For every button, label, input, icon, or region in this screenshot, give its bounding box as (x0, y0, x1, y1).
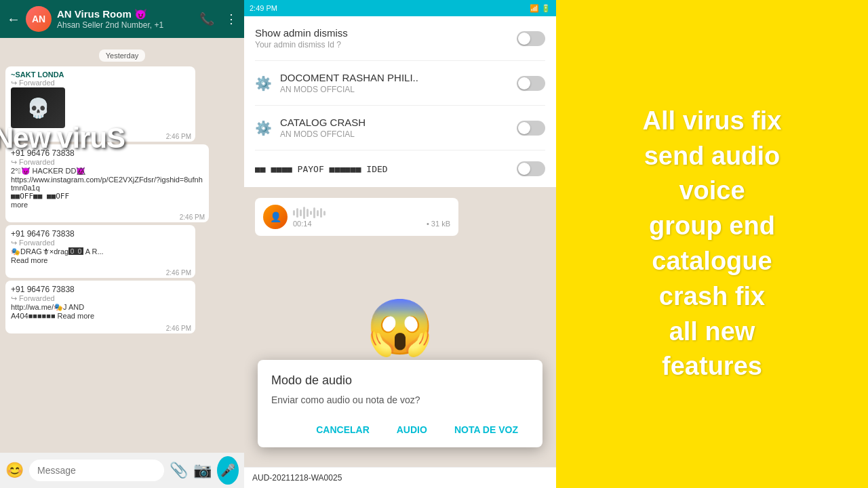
audio-file-name: AUD-20211218-WA0025 (252, 473, 342, 483)
more-icon[interactable]: ⋮ (225, 12, 237, 26)
msg-time: 2:46 PM (166, 325, 191, 332)
chat-messages: Yesterday ~SAKT LONDA ↪ Forwarded 💀 2:46… (0, 38, 244, 453)
date-badge: Yesterday (5, 49, 239, 61)
avatar: AN (26, 6, 52, 32)
audio-dialog: Modo de audio Enviar como audio ou nota … (258, 360, 542, 447)
msg-text: http://wa.me/🎭J ANDA404■■■■■■ Read more (11, 303, 190, 320)
wave-bar (293, 210, 295, 216)
camera-icon[interactable]: 📷 (193, 462, 212, 479)
voice-note-button[interactable]: NOTA DE VOZ (443, 419, 529, 441)
audio-info: 00:14 • 31 kB (293, 220, 450, 228)
wave-bar (317, 210, 319, 216)
settings-row-docoment: ⚙️ DOCOMENT RASHAN PHILI.. AN MODS OFFCI… (255, 61, 545, 106)
audio-wave-container: 00:14 • 31 kB (293, 206, 450, 228)
header-icons: 📞 ⋮ (199, 12, 237, 26)
chat-area: 👤 00:14 (244, 187, 556, 488)
settings-title: DOCOMENT RASHAN PHILI.. (280, 72, 517, 83)
status-icons: 📶 🔋 (530, 4, 551, 13)
status-time: 2:49 PM (250, 4, 277, 12)
list-item: ~SAKT LONDA ↪ Forwarded 💀 2:46 PM (5, 66, 195, 142)
chat-name: AN Virus Room 😈 (57, 8, 194, 20)
settings-sub: AN MODS OFFCIAL (280, 129, 517, 139)
msg-forwarded: ↪ Forwarded (11, 294, 190, 303)
audio-size: • 31 kB (427, 220, 450, 228)
chat-toolbar: 😊 📎 📷 🎤 (0, 453, 244, 488)
status-bar: 2:49 PM 📶 🔋 (244, 0, 556, 16)
settings-sub: Your admin dismiss Id ? (255, 40, 517, 49)
promo-line-7: all new (669, 318, 755, 346)
right-panel: All virus fix send audio voice group end… (556, 0, 868, 488)
toggle-admin[interactable] (517, 31, 545, 46)
wave-bar (300, 209, 302, 216)
settings-text: DOCOMENT RASHAN PHILI.. AN MODS OFFCIAL (280, 72, 517, 94)
dialog-title: Modo de audio (271, 373, 529, 388)
skull-image: 💀 (11, 87, 65, 128)
audio-avatar: 👤 (263, 205, 288, 229)
dialog-text: Enviar como audio ou nota de voz? (271, 394, 529, 405)
wave-bar (296, 208, 298, 218)
settings-text: ■■ ■■■■ PAYOF ■■■■■■ IDED (255, 164, 517, 174)
audio-file-row: AUD-20211218-WA0025 (244, 467, 556, 488)
msg-phone: +91 96476 73838 (11, 285, 190, 294)
gear-icon: ⚙️ (255, 75, 272, 92)
settings-row-payof: ■■ ■■■■ PAYOF ■■■■■■ IDED (255, 150, 545, 187)
promo-line-3: voice (679, 177, 745, 205)
call-icon[interactable]: 📞 (199, 12, 214, 26)
list-item: +91 96476 73838 ↪ Forwarded http://wa.me… (5, 281, 195, 333)
settings-sub: AN MODS OFFCIAL (280, 85, 517, 94)
gear-icon: ⚙️ (255, 120, 272, 136)
emoji-overlay: 😱 (366, 296, 434, 359)
attach-icon[interactable]: 📎 (170, 462, 188, 479)
promo-line-1: All virus fix (643, 107, 782, 136)
hacker-text: 2°⃤😈 HACKER DD😈⃤https://www.instagram.co… (11, 167, 203, 209)
audio-message: 👤 00:14 (255, 198, 458, 236)
msg-time: 2:46 PM (166, 133, 191, 140)
audio-time: 00:14 (293, 220, 312, 228)
msg-forwarded: ↪ Forwarded (11, 158, 203, 167)
msg-phone: +91 96476 73838 (11, 229, 190, 239)
settings-title: Show admin dismiss (255, 27, 517, 39)
msg-text: 🎭DRAG🗡×drag🅾🅾 A R...Read more (11, 247, 190, 264)
cancel-button[interactable]: CANCELAR (305, 419, 380, 441)
dialog-buttons: CANCELAR AUDIO NOTA DE VOZ (271, 419, 529, 441)
settings-section: Show admin dismiss Your admin dismiss Id… (244, 16, 556, 187)
chat-sub: Ahsan Seller 2nd Number, +1 (57, 20, 194, 30)
header-info: AN Virus Room 😈 Ahsan Seller 2nd Number,… (57, 8, 194, 30)
wave-bar (303, 207, 305, 219)
promo-line-2: send audio (644, 142, 781, 171)
msg-sender: ~SAKT LONDA (11, 70, 190, 79)
chat-panel: ← AN AN Virus Room 😈 Ahsan Seller 2nd Nu… (0, 0, 244, 488)
wave-bar (323, 211, 326, 216)
promo-line-8: features (662, 352, 762, 381)
toggle-payof[interactable] (517, 161, 545, 176)
emoji-icon[interactable]: 😊 (5, 462, 24, 479)
msg-forwarded: ↪ Forwarded (11, 79, 190, 87)
message-input[interactable] (29, 460, 164, 481)
wave-bar (313, 207, 315, 218)
toggle-docoment[interactable] (517, 76, 545, 91)
settings-title: CATALOG CRASH (280, 117, 517, 128)
audio-wave (293, 206, 450, 220)
audio-button[interactable]: AUDIO (386, 419, 438, 441)
settings-row-catalog: ⚙️ CATALOG CRASH AN MODS OFFCIAL (255, 106, 545, 150)
msg-time: 2:46 PM (180, 214, 205, 221)
mic-button[interactable]: 🎤 (217, 456, 239, 485)
settings-row-admin: Show admin dismiss Your admin dismiss Id… (255, 16, 545, 61)
back-icon[interactable]: ← (7, 12, 20, 27)
promo-line-5: catalogue (652, 247, 772, 276)
chat-header: ← AN AN Virus Room 😈 Ahsan Seller 2nd Nu… (0, 0, 244, 38)
msg-forwarded: ↪ Forwarded (11, 239, 190, 247)
wave-bar (307, 209, 309, 217)
middle-panel: 2:49 PM 📶 🔋 Show admin dismiss Your admi… (244, 0, 556, 488)
msg-time: 2:46 PM (166, 269, 191, 277)
wave-bar (310, 211, 312, 215)
settings-text: CATALOG CRASH AN MODS OFFCIAL (280, 117, 517, 139)
settings-title: ■■ ■■■■ PAYOF ■■■■■■ IDED (255, 164, 517, 174)
settings-text: Show admin dismiss Your admin dismiss Id… (255, 27, 517, 49)
toggle-catalog[interactable] (517, 121, 545, 136)
msg-phone: +91 96476 73838 (11, 148, 203, 158)
date-label: Yesterday (99, 49, 146, 62)
promo-line-4: group end (649, 212, 775, 241)
wave-bar (320, 208, 322, 218)
list-item: +91 96476 73838 ↪ Forwarded 🎭DRAG🗡×drag🅾… (5, 225, 195, 278)
